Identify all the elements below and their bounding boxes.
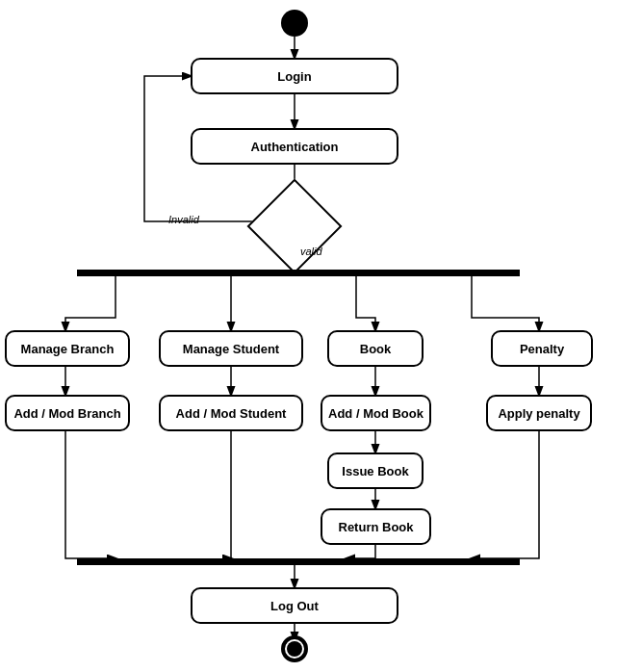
book-node: Book [327, 330, 424, 367]
join-bar [77, 558, 520, 565]
return-book-node: Return Book [321, 508, 431, 545]
penalty-node: Penalty [491, 330, 593, 367]
manage-branch-node: Manage Branch [5, 330, 130, 367]
authentication-node: Authentication [191, 128, 398, 165]
login-node: Login [191, 58, 398, 94]
fork-bar [77, 270, 520, 276]
valid-label: valid [300, 246, 322, 257]
invalid-label: Invalid [168, 214, 199, 225]
end-node [281, 635, 308, 662]
manage-student-node: Manage Student [159, 330, 303, 367]
add-mod-branch-node: Add / Mod Branch [5, 395, 130, 431]
activity-diagram: Login Authentication Invalid valid Manag… [0, 0, 642, 672]
apply-penalty-node: Apply penalty [486, 395, 592, 431]
logout-node: Log Out [191, 587, 398, 624]
issue-book-node: Issue Book [327, 452, 424, 489]
add-mod-book-node: Add / Mod Book [321, 395, 431, 431]
start-node [281, 10, 308, 37]
add-mod-student-node: Add / Mod Student [159, 395, 303, 431]
